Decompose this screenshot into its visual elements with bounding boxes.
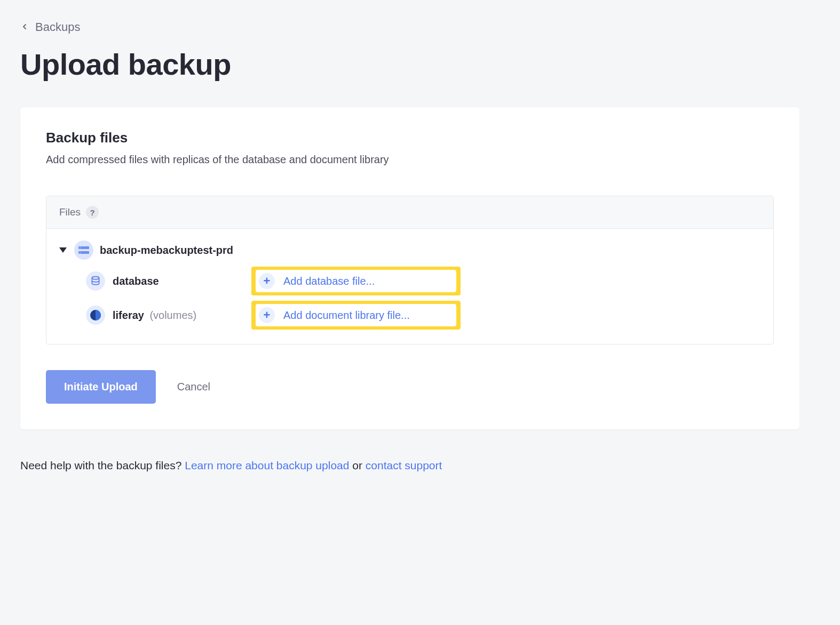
tree-child-liferay: liferay (volumes) + Add document library… [59, 298, 760, 332]
liferay-icon [86, 306, 105, 325]
help-middle: or [349, 459, 365, 471]
files-body: backup-mebackuptest-prd database + Add d… [46, 229, 773, 344]
tree-root-label: backup-mebackuptest-prd [100, 244, 233, 257]
database-label: database [113, 275, 159, 287]
cancel-button[interactable]: Cancel [177, 381, 210, 393]
section-title: Backup files [46, 130, 774, 146]
initiate-upload-button[interactable]: Initiate Upload [46, 370, 156, 404]
add-database-file-label: Add database file... [283, 275, 375, 287]
files-header-label: Files [59, 206, 81, 218]
help-prefix: Need help with the backup files? [20, 459, 185, 471]
database-icon [86, 271, 105, 291]
help-footer: Need help with the backup files? Learn m… [20, 459, 820, 472]
liferay-label: liferay [113, 309, 144, 321]
add-document-library-file-button[interactable]: + Add document library file... [256, 304, 456, 326]
plus-icon: + [259, 273, 275, 289]
learn-more-link[interactable]: Learn more about backup upload [185, 459, 349, 471]
server-icon [74, 241, 93, 260]
breadcrumb[interactable]: Backups [20, 20, 820, 34]
tree-root-row: backup-mebackuptest-prd [59, 236, 760, 264]
section-description: Add compressed files with replicas of th… [46, 154, 774, 166]
add-database-file-button[interactable]: + Add database file... [256, 270, 456, 292]
chevron-left-icon [20, 20, 29, 34]
tree-child-database: database + Add database file... [59, 264, 760, 298]
action-bar: Initiate Upload Cancel [46, 370, 774, 404]
plus-icon: + [259, 307, 275, 323]
highlight-database: + Add database file... [251, 267, 461, 295]
add-document-library-file-label: Add document library file... [283, 309, 410, 322]
svg-point-0 [92, 277, 99, 279]
caret-down-icon[interactable] [59, 247, 67, 253]
highlight-liferay: + Add document library file... [251, 301, 461, 330]
contact-support-link[interactable]: contact support [366, 459, 442, 471]
help-icon[interactable]: ? [86, 206, 99, 219]
liferay-sublabel: (volumes) [149, 309, 196, 321]
files-header: Files ? [46, 196, 773, 229]
upload-card: Backup files Add compressed files with r… [20, 107, 799, 429]
files-container: Files ? backup-mebackuptest-prd database [46, 196, 774, 344]
page-title: Upload backup [20, 47, 820, 82]
breadcrumb-label: Backups [35, 20, 80, 34]
